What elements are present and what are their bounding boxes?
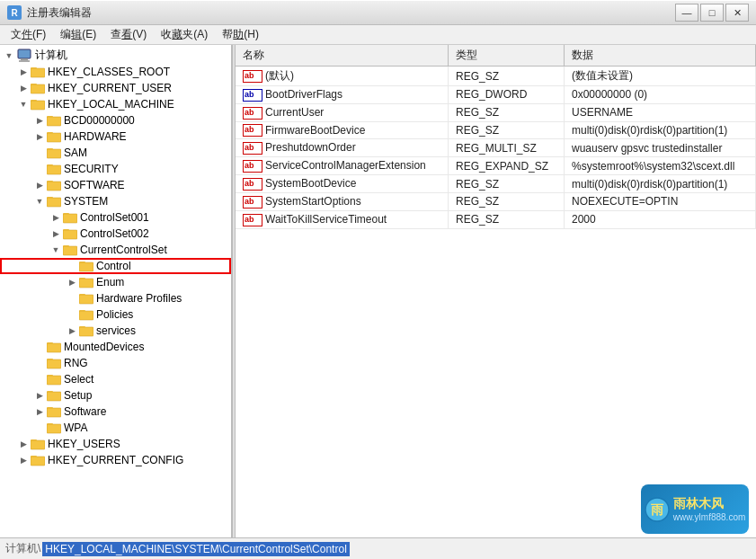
tree-node-softhklm[interactable]: ▶ Software: [0, 404, 231, 420]
tree-node-software[interactable]: ▶ SOFTWARE: [0, 177, 231, 193]
tree-node-hwprofiles[interactable]: ▶ Hardware Profiles: [0, 290, 231, 306]
table-row[interactable]: abWaitToKillServiceTimeoutREG_SZ2000: [236, 210, 756, 228]
menu-favorites[interactable]: 收藏夹(A): [154, 25, 215, 44]
tree-node-computer[interactable]: ▼ 计算机: [0, 47, 231, 64]
expand-icon-enum[interactable]: ▶: [65, 275, 79, 289]
table-row[interactable]: abCurrentUserREG_SZUSERNAME: [236, 103, 756, 121]
table-row[interactable]: abFirmwareBootDeviceREG_SZmulti(0)disk(0…: [236, 121, 756, 139]
tree-node-policies[interactable]: ▶ Policies: [0, 306, 231, 323]
tree-label-hkcr: HKEY_CLASSES_ROOT: [48, 66, 170, 78]
tree-label-services: services: [96, 324, 136, 337]
folder-icon-hku: [31, 438, 45, 450]
col-data-header: 数据: [564, 45, 755, 67]
cell-data: USERNAME: [564, 103, 755, 121]
expand-icon-softhklm[interactable]: ▶: [32, 404, 47, 419]
tree-label-rng: RNG: [64, 357, 88, 369]
expand-icon-hkcc[interactable]: ▶: [16, 453, 31, 467]
expand-icon-hkcr[interactable]: ▶: [16, 65, 31, 79]
menu-help[interactable]: 帮助(H): [215, 25, 266, 44]
folder-icon-ccs: [63, 244, 77, 256]
col-name-header: 名称: [236, 45, 448, 67]
tree-node-enum[interactable]: ▶ Enum: [0, 274, 231, 290]
expand-icon-hklm[interactable]: ▼: [16, 97, 31, 111]
expand-icon-services[interactable]: ▶: [65, 324, 79, 338]
tree-node-cs001[interactable]: ▶ ControlSet001: [0, 209, 231, 226]
tree-node-setup[interactable]: ▶ Setup: [0, 387, 231, 404]
tree-label-hardware: HARDWARE: [64, 130, 127, 143]
cell-data: NOEXECUTE=OPTIN: [564, 192, 755, 210]
tree-node-system[interactable]: ▼ SYSTEM: [0, 193, 231, 209]
tree-node-rng[interactable]: ▶ RNG: [0, 355, 231, 371]
tree-node-services[interactable]: ▶ services: [0, 323, 231, 339]
tree-label-security: SECURITY: [64, 163, 119, 175]
tree-node-hklm[interactable]: ▼ HKEY_LOCAL_MACHINE: [0, 96, 231, 112]
menu-file[interactable]: 文件(F): [4, 25, 53, 44]
expand-icon-hardware[interactable]: ▶: [32, 129, 47, 144]
expand-icon-system[interactable]: ▼: [32, 194, 47, 209]
cell-name: abWaitToKillServiceTimeout: [236, 210, 448, 228]
expand-icon-computer[interactable]: ▼: [2, 49, 16, 63]
folder-icon-hkcu: [31, 82, 45, 94]
tree-node-bcd[interactable]: ▶ BCD00000000: [0, 112, 231, 129]
table-row[interactable]: ab(默认)REG_SZ(数值未设置): [236, 67, 756, 86]
expand-icon-software[interactable]: ▶: [32, 178, 47, 192]
computer-icon: [16, 49, 32, 63]
menu-view[interactable]: 查看(V): [103, 25, 154, 44]
table-row[interactable]: abSystemBootDeviceREG_SZmulti(0)disk(0)r…: [236, 175, 756, 193]
expand-icon-ccs[interactable]: ▼: [49, 243, 63, 257]
expand-icon-bcd[interactable]: ▶: [32, 113, 47, 128]
expand-icon-hkcu[interactable]: ▶: [16, 81, 31, 95]
tree-node-mounteddevices[interactable]: ▶ MountedDevices: [0, 339, 231, 355]
tree-label-enum: Enum: [96, 276, 124, 288]
main-content: ▼ 计算机 ▶ HKEY_CLASSES_ROOT ▶ HKEY_CURRENT…: [0, 45, 756, 537]
tree-label-computer: 计算机: [35, 48, 67, 63]
tree-node-ccs[interactable]: ▼ CurrentControlSet: [0, 242, 231, 258]
cell-type: REG_SZ: [448, 121, 564, 139]
svg-rect-16: [47, 132, 53, 135]
table-row[interactable]: abSystemStartOptionsREG_SZ NOEXECUTE=OPT…: [236, 192, 756, 210]
folder-icon-select: [47, 373, 61, 386]
svg-rect-4: [31, 67, 37, 70]
cell-name: abBootDriverFlags: [236, 86, 448, 104]
tree-node-select[interactable]: ▶ Select: [0, 371, 231, 387]
tree-node-hkcc[interactable]: ▶ HKEY_CURRENT_CONFIG: [0, 452, 231, 468]
tree-label-policies: Policies: [96, 308, 133, 321]
tree-node-hkcr[interactable]: ▶ HKEY_CLASSES_ROOT: [0, 64, 231, 80]
tree-node-security[interactable]: ▶ SECURITY: [0, 161, 231, 177]
table-header-row: 名称 类型 数据: [236, 45, 756, 67]
folder-icon-softhklm: [47, 405, 61, 418]
tree-node-cs002[interactable]: ▶ ControlSet002: [0, 226, 231, 242]
tree-node-hardware[interactable]: ▶ HARDWARE: [0, 129, 231, 145]
tree-node-wpa[interactable]: ▶ WPA: [0, 420, 231, 436]
cell-type: REG_SZ: [448, 192, 564, 210]
expand-icon-cs001[interactable]: ▶: [49, 210, 63, 225]
menu-edit[interactable]: 编辑(E): [53, 25, 103, 44]
tree-node-control[interactable]: ▶ Control: [0, 258, 231, 274]
expand-icon-setup[interactable]: ▶: [32, 388, 47, 403]
folder-icon-hwprofiles: [79, 292, 93, 305]
table-row[interactable]: abBootDriverFlagsREG_DWORD0x00000000 (0): [236, 86, 756, 104]
minimize-button[interactable]: —: [675, 4, 698, 22]
svg-rect-0: [18, 49, 31, 58]
close-button[interactable]: ✕: [725, 4, 749, 22]
maximize-button[interactable]: □: [700, 4, 724, 22]
registry-value-panel: 名称 类型 数据 ab(默认)REG_SZ(数值未设置)abBootDriver…: [236, 45, 756, 537]
tree-label-sam: SAM: [64, 146, 87, 159]
tree-label-cs002: ControlSet002: [80, 227, 149, 240]
title-bar: R 注册表编辑器 — □ ✕: [0, 0, 756, 25]
folder-icon-mounteddevices: [47, 341, 61, 353]
expand-icon-hku[interactable]: ▶: [16, 437, 31, 451]
cell-name: abSystemBootDevice: [236, 175, 448, 193]
tree-node-sam[interactable]: ▶ SAM: [0, 145, 231, 161]
table-row[interactable]: abPreshutdownOrderREG_MULTI_SZwuauserv g…: [236, 139, 756, 157]
cell-name: ab(默认): [236, 67, 448, 86]
table-row[interactable]: abServiceControlManagerExtensionREG_EXPA…: [236, 157, 756, 175]
status-path: 计算机\HKEY_LOCAL_MACHINE\SYSTEM\CurrentCon…: [5, 541, 350, 556]
expand-icon-cs002[interactable]: ▶: [49, 226, 63, 241]
svg-rect-70: [47, 423, 53, 426]
tree-node-hkcu[interactable]: ▶ HKEY_CURRENT_USER: [0, 80, 231, 96]
registry-tree-panel[interactable]: ▼ 计算机 ▶ HKEY_CLASSES_ROOT ▶ HKEY_CURRENT…: [0, 45, 232, 537]
watermark-logo-icon: 雨: [645, 497, 670, 522]
tree-node-hku[interactable]: ▶ HKEY_USERS: [0, 436, 231, 452]
folder-icon-sam: [47, 146, 61, 159]
